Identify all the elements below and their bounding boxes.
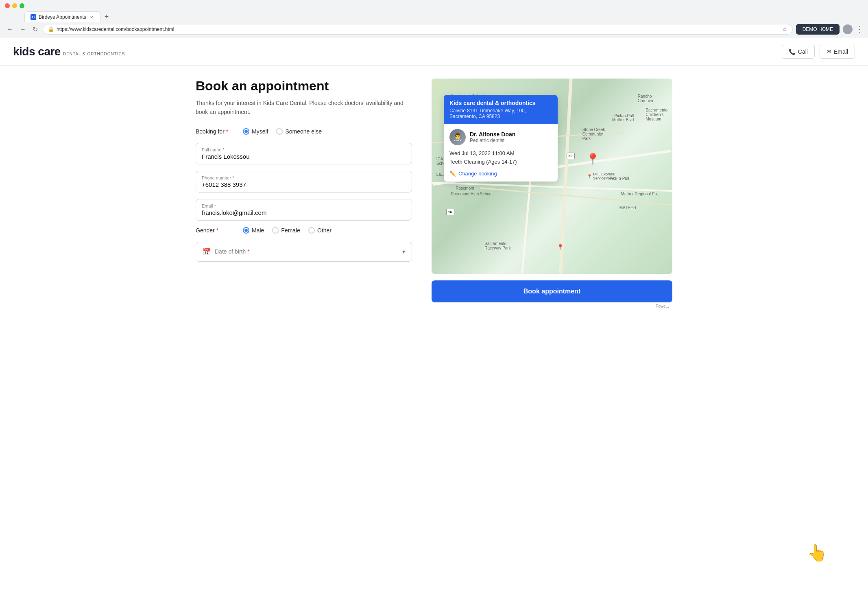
address-bar: ← → ↻ 🔒 https://www.kidscaredental.com/b… xyxy=(0,22,868,38)
clinic-name: Kids care dental & orthodontics xyxy=(449,100,552,106)
bookmark-btn[interactable]: ☆ xyxy=(782,26,787,33)
forward-btn[interactable]: → xyxy=(18,25,28,34)
map-label-sac-childrens: SacramentoChildren'sMuseum xyxy=(646,108,667,121)
radio-female-input[interactable] xyxy=(272,227,279,234)
phone-icon: 📞 xyxy=(789,48,796,55)
booking-for-group: Myself Someone else xyxy=(243,128,322,135)
logo-area: kids care DENTAL & ORTHODONTICS xyxy=(13,45,125,58)
appt-type: Teeth Cleaning (Ages 14-17) xyxy=(449,158,552,166)
map-label-rosemont-hs: Rosemont High School xyxy=(451,192,492,196)
map-label-mather-blvd: Mather Blvd xyxy=(612,118,634,122)
doctor-info: Dr. Alfonse Doan Pediatric dentist xyxy=(470,131,515,143)
map-label-sac-raceway: SacramentoRaceway Park xyxy=(484,241,510,250)
location-pin: 📍 xyxy=(586,153,600,166)
tab-favicon: B xyxy=(31,14,36,20)
popup-header: Kids care dental & orthodontics Calvine … xyxy=(444,95,558,124)
page-subtitle: Thanks for your interest in Kids Care De… xyxy=(196,98,412,117)
tab-label: Birdeye Appointments xyxy=(39,14,86,20)
radio-male-input[interactable] xyxy=(243,227,249,234)
calendar-icon: 📅 xyxy=(203,248,211,256)
map-popup: Kids care dental & orthodontics Calvine … xyxy=(444,95,558,182)
tab-bar: B Birdeye Appointments ✕ + xyxy=(0,11,868,22)
right-panel: 50 16 RanchoCordova SacramentoChildren's… xyxy=(432,79,672,310)
profile-btn[interactable] xyxy=(843,24,853,34)
full-name-label: Full name * xyxy=(202,147,406,152)
email-icon: ✉ xyxy=(827,48,831,55)
full-name-field[interactable]: Full name * Francis Lokossou xyxy=(196,143,412,164)
radio-female-label: Female xyxy=(281,227,300,234)
tab-close-btn[interactable]: ✕ xyxy=(89,14,94,20)
doctor-row: 👨‍⚕️ Dr. Alfonse Doan Pediatric dentist xyxy=(449,129,552,145)
map-label-rosemont-rd: Rosemont xyxy=(456,186,474,190)
radio-myself-input[interactable] xyxy=(243,128,249,135)
clinic-address: Calvine 8191 Timberlake Way, 100, Sacram… xyxy=(449,108,552,119)
titlebar xyxy=(0,0,868,11)
booking-for-label: Booking for * xyxy=(196,128,236,135)
email-field[interactable]: Email * francis.loko@gmail.com xyxy=(196,199,412,221)
phone-label: Phone number * xyxy=(202,175,406,180)
radio-male-label: Male xyxy=(252,227,264,234)
radio-female[interactable]: Female xyxy=(272,227,300,234)
menu-btn[interactable]: ⋮ xyxy=(856,25,863,34)
radio-someone-else[interactable]: Someone else xyxy=(276,128,322,135)
appointment-details: Wed Jul 13, 2022 11:00 AM Teeth Cleaning… xyxy=(449,149,552,166)
radio-other[interactable]: Other xyxy=(308,227,331,234)
main-content: Book an appointment Thanks for your inte… xyxy=(170,66,698,323)
new-tab-btn[interactable]: + xyxy=(102,12,111,22)
change-booking-label: Change booking xyxy=(458,171,497,177)
doctor-avatar: 👨‍⚕️ xyxy=(449,129,466,145)
email-label: Email xyxy=(834,48,848,55)
email-btn[interactable]: ✉ Email xyxy=(820,45,855,59)
browser-chrome: B Birdeye Appointments ✕ + ← → ↻ 🔒 https… xyxy=(0,0,868,38)
dob-left: 📅 Date of birth * xyxy=(203,248,250,256)
dhl-marker: 📍 DHL ExpressServicePoint xyxy=(587,172,615,180)
email-label: Email * xyxy=(202,203,406,208)
traffic-lights xyxy=(5,3,24,8)
map-label-rancho: RanchoCordova xyxy=(638,94,653,103)
call-label: Call xyxy=(798,48,808,55)
pencil-icon: ✏️ xyxy=(449,171,456,177)
logo-sub: DENTAL & ORTHODONTICS xyxy=(63,52,125,56)
radio-male[interactable]: Male xyxy=(243,227,264,234)
dob-field[interactable]: 📅 Date of birth * ▾ xyxy=(196,242,412,262)
radio-other-label: Other xyxy=(317,227,331,234)
minimize-window-btn[interactable] xyxy=(12,3,17,8)
refresh-btn[interactable]: ↻ xyxy=(31,25,39,34)
left-panel: Book an appointment Thanks for your inte… xyxy=(196,79,432,310)
back-btn[interactable]: ← xyxy=(5,25,15,34)
page-title: Book an appointment xyxy=(196,79,412,94)
gender-group: Male Female Other xyxy=(243,227,331,234)
phone-value: +6012 388 3937 xyxy=(202,181,246,188)
header-actions: 📞 Call ✉ Email xyxy=(782,45,855,59)
call-btn[interactable]: 📞 Call xyxy=(782,45,815,59)
radio-someone-input[interactable] xyxy=(276,128,283,135)
popup-body: 👨‍⚕️ Dr. Alfonse Doan Pediatric dentist … xyxy=(444,124,558,182)
active-tab[interactable]: B Birdeye Appointments ✕ xyxy=(24,11,100,22)
radio-someone-label: Someone else xyxy=(285,128,322,135)
map-label-mather: MATHER xyxy=(619,206,636,210)
gender-label: Gender * xyxy=(196,227,236,234)
maximize-window-btn[interactable] xyxy=(20,3,24,8)
email-value: francis.loko@gmail.com xyxy=(202,209,266,216)
map-label-la: La... xyxy=(436,172,444,177)
url-bar[interactable]: 🔒 https://www.kidscaredental.com/bookapp… xyxy=(43,24,793,35)
map-label-mather-regional: Mather Regional Pa... xyxy=(621,192,661,196)
demo-home-btn[interactable]: DEMO HOME xyxy=(796,24,840,35)
site-header: kids care DENTAL & ORTHODONTICS 📞 Call ✉… xyxy=(0,38,868,66)
radio-myself[interactable]: Myself xyxy=(243,128,268,135)
url-text: https://www.kidscaredental.com/bookappoi… xyxy=(57,26,780,32)
phone-field[interactable]: Phone number * +6012 388 3937 xyxy=(196,171,412,192)
doctor-name: Dr. Alfonse Doan xyxy=(470,131,515,138)
book-appointment-btn[interactable]: Book appointment xyxy=(432,280,672,302)
radio-myself-label: Myself xyxy=(252,128,268,135)
change-booking-btn[interactable]: ✏️ Change booking xyxy=(449,171,497,177)
doctor-title: Pediatric dentist xyxy=(470,138,515,143)
dob-label: Date of birth * xyxy=(215,248,250,255)
full-name-value: Francis Lokossou xyxy=(202,153,250,160)
gender-row: Gender * Male Female Other xyxy=(196,227,412,234)
logo-main: kids care xyxy=(13,45,61,58)
appt-date: Wed Jul 13, 2022 11:00 AM xyxy=(449,149,552,158)
chevron-down-icon: ▾ xyxy=(402,248,405,255)
radio-other-input[interactable] xyxy=(308,227,315,234)
close-window-btn[interactable] xyxy=(5,3,10,8)
